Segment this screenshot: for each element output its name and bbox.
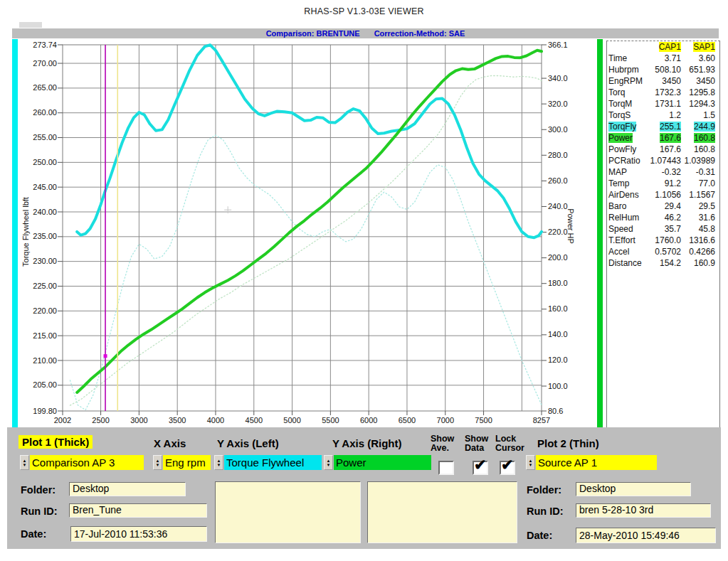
data-panel: CAP1SAP1Time3.713.60Hubrpm508.10651.93En… [606, 41, 720, 429]
y-axis-left-section-label: Y Axis (Left) [217, 437, 279, 449]
right-axis-tick-label: 160.0 [548, 304, 568, 313]
checkmark-icon: ✔ [474, 456, 487, 474]
right-axis-title: Power HP [566, 191, 575, 262]
right-axis-tick-label: 220.0 [548, 228, 568, 236]
data-row: T.Effort1760.01316.6 [607, 235, 719, 246]
left-axis-tick-label: 205.00 [18, 380, 57, 389]
spinner-down-icon[interactable]: ▼ [23, 463, 27, 467]
show-ave-label: Show Ave. [431, 434, 454, 453]
right-axis-tick-label: 140.0 [548, 330, 568, 338]
plot2-section-label: Plot 2 (Thin) [537, 437, 599, 449]
data-panel-header: CAP1SAP1 [607, 41, 719, 53]
right-axis-tick-label: 340.0 [548, 74, 568, 82]
runid-label-left: Run ID: [21, 506, 58, 517]
data-row: Distance154.2160.9 [607, 257, 719, 269]
left-axis-tick-label: 260.00 [18, 108, 57, 117]
spinner-down-icon[interactable]: ▼ [217, 463, 221, 467]
x-axis-tick-label: 4000 [200, 416, 231, 424]
x-axis-section-label: X Axis [154, 437, 186, 449]
left-axis-tick-label: 250.00 [18, 158, 57, 166]
right-axis-tick-label: 200.0 [548, 253, 568, 262]
correction-method-label: Correction-Method: SAE [374, 29, 465, 38]
x-axis-tick-label: 3000 [123, 416, 154, 424]
comparison-bar: Comparison: BRENTUNE Correction-Method: … [12, 28, 719, 38]
left-axis-tick-label: 255.00 [18, 133, 57, 141]
x-axis-tick-label: 2500 [85, 416, 117, 424]
plot1-section-label: Plot 1 (Thick) [19, 436, 93, 448]
folder-label-left: Folder: [21, 484, 56, 496]
x-axis-spinner[interactable]: ▲▼ [153, 455, 162, 470]
x-axis-tick-label: 7000 [430, 416, 461, 424]
control-panel: Plot 1 (Thick) X Axis Y Axis (Left) Y Ax… [7, 427, 721, 549]
right-axis-tick-label: 80.6 [548, 407, 563, 415]
data-row: TorqFly255.1244.9 [607, 121, 719, 132]
x-axis-tick-label: 5500 [315, 416, 346, 424]
plot1-spinner[interactable]: ▲▼ [20, 455, 29, 470]
folder-field-right[interactable]: Desktop [576, 482, 691, 496]
spinner-down-icon[interactable]: ▼ [327, 463, 331, 467]
window-title: RHAS-SP V1.3-03E VIEWER [0, 6, 728, 16]
y-axis-left-spinner[interactable]: ▲▼ [214, 455, 223, 470]
x-axis-tick-label: 4500 [238, 416, 270, 424]
data-row: MAP-0.32-0.31 [607, 166, 719, 178]
left-axis-tick-label: 273.74 [18, 41, 57, 49]
x-axis-tick-label: 7500 [468, 416, 500, 424]
data-row: Hubrpm508.10651.93 [607, 64, 719, 75]
right-axis-tick-label: 180.0 [548, 279, 568, 287]
left-axis-tick-label: 215.00 [18, 331, 57, 340]
data-row: AirDens1.10561.1567 [607, 189, 719, 201]
data-row: EngRPM34503450 [607, 75, 719, 87]
lock-cursor-label: Lock Cursor [495, 434, 524, 453]
runid-field-left[interactable]: Bren_Tune [69, 503, 207, 518]
left-axis-tick-label: 220.00 [18, 306, 57, 315]
data-row: Torq1732.31295.8 [607, 87, 719, 98]
comparison-run-label: Comparison: BRENTUNE [266, 29, 360, 38]
x-axis-tick-label: 5000 [277, 416, 308, 424]
x-axis-tick-label: 6500 [391, 416, 423, 424]
left-axis-tick-label: 270.00 [18, 59, 57, 68]
y-axis-left-select[interactable]: Torque Flywheel [224, 455, 322, 470]
date-field-left[interactable]: 17-Jul-2010 11:53:36 [70, 526, 207, 542]
comment-box-right[interactable] [367, 481, 517, 543]
show-data-label: Show Data [465, 434, 488, 453]
y-axis-right-select[interactable]: Power [334, 455, 431, 470]
spinner-down-icon[interactable]: ▼ [156, 463, 160, 467]
right-axis-tick-label: 100.0 [548, 382, 568, 390]
plot1-select[interactable]: Comparison AP 3 [30, 455, 144, 470]
data-row: TorqS1.21.5 [607, 109, 719, 121]
right-axis-tick-label: 120.0 [548, 356, 568, 364]
plot2-spinner[interactable]: ▲▼ [526, 455, 535, 470]
y-axis-right-spinner[interactable]: ▲▼ [324, 455, 333, 470]
data-row: RelHum46.231.6 [607, 212, 719, 223]
date-field-right[interactable]: 28-May-2010 15:49:46 [576, 528, 716, 543]
right-axis-tick-label: 240.0 [548, 202, 568, 210]
x-axis-tick-label: 8257 [526, 416, 557, 424]
data-row: Baro29.429.5 [607, 201, 719, 212]
data-row: Temp91.277.0 [607, 178, 719, 189]
left-axis-tick-label: 210.00 [18, 356, 57, 365]
lock-cursor-checkbox[interactable]: ✔ [500, 461, 515, 475]
plot2-select[interactable]: Source AP 1 [536, 455, 657, 470]
data-row: Time3.713.60 [607, 53, 719, 64]
right-axis-tick-label: 280.0 [548, 151, 568, 159]
folder-field-left[interactable]: Desktop [69, 482, 186, 496]
data-row: TorqM1731.11294.3 [607, 98, 719, 109]
y-axis-right-section-label: Y Axis (Right) [332, 437, 402, 449]
x-axis-select[interactable]: Eng rpm [163, 455, 211, 470]
checkmark-icon: ✔ [501, 456, 514, 474]
data-row: PCRatio1.074431.03989 [607, 155, 719, 166]
comment-box-left[interactable] [215, 481, 361, 543]
data-row: Power167.6160.8 [607, 132, 719, 144]
x-axis-tick-label: 3500 [162, 416, 193, 424]
rhas-viewer-window: RHAS-SP V1.3-03E VIEWER Comparison: BREN… [0, 0, 728, 561]
right-axis-tick-label: 300.0 [548, 125, 568, 134]
left-axis-tick-label: 265.00 [18, 83, 57, 92]
runid-label-right: Run ID: [527, 506, 564, 517]
show-ave-checkbox[interactable] [438, 461, 454, 475]
spinner-down-icon[interactable]: ▼ [529, 463, 533, 467]
left-axis-tick-label: 199.80 [18, 407, 57, 415]
runid-field-right[interactable]: bren 5-28-10 3rd [576, 503, 711, 518]
right-axis-tick-label: 366.1 [548, 41, 568, 49]
show-data-checkbox[interactable]: ✔ [473, 461, 488, 475]
x-axis-tick-label: 2002 [47, 416, 78, 424]
